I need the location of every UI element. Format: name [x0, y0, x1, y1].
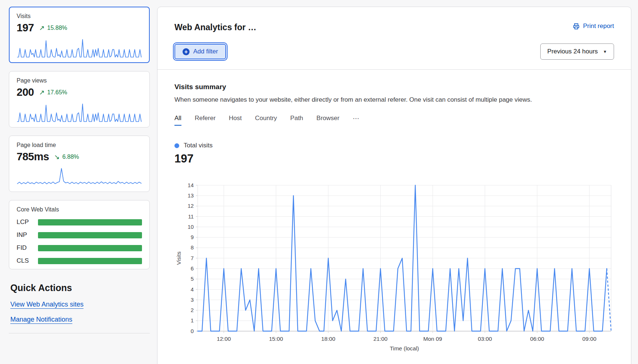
metric-card-page-views[interactable]: Page views 200 ↗ 17.65% — [9, 71, 150, 127]
sidebar: Visits 197 ↗ 15.88% Page views 200 ↗ 17.… — [9, 7, 150, 333]
trend-value: 6.88% — [62, 154, 79, 160]
trend-value: 17.65% — [47, 89, 67, 96]
add-filter-button[interactable]: + Add filter — [174, 44, 226, 59]
visits-summary-section: Visits summary When someone navigates to… — [174, 70, 614, 354]
trend-up-icon: ↗ — [39, 25, 45, 31]
trend-badge: ↗ 17.65% — [39, 89, 67, 96]
time-range-dropdown[interactable]: Previous 24 hours ▼ — [540, 43, 614, 60]
web-analytics-panel: Web Analytics for … Print report + Add f… — [157, 7, 631, 364]
svg-text:10: 10 — [188, 224, 194, 230]
cwv-good-bar — [38, 245, 142, 251]
cwv-row-fid: FID — [17, 244, 142, 252]
dimension-tabs: All Referer Host Country Path Browser ⋯ — [174, 115, 614, 126]
trend-badge: ↘ 6.88% — [54, 154, 79, 160]
tab-all[interactable]: All — [174, 115, 181, 126]
cwv-metric-label: FID — [17, 244, 32, 252]
plus-icon: + — [183, 48, 190, 55]
metric-label: Visits — [17, 13, 142, 20]
view-web-analytics-sites-link[interactable]: View Web Analytics sites — [10, 301, 148, 308]
cwv-good-bar — [38, 258, 142, 264]
svg-text:5: 5 — [191, 276, 194, 282]
chevron-down-icon: ▼ — [603, 49, 607, 54]
print-report-label: Print report — [583, 22, 614, 30]
svg-text:12:00: 12:00 — [217, 336, 231, 342]
page-views-sparkline — [17, 102, 142, 123]
metric-card-page-load-time[interactable]: Page load time 785ms ↘ 6.88% — [9, 136, 150, 192]
svg-text:0: 0 — [191, 328, 194, 334]
tab-referer[interactable]: Referer — [195, 115, 216, 126]
cwv-row-lcp: LCP — [17, 218, 142, 226]
print-report-link[interactable]: Print report — [573, 22, 614, 30]
metric-label: Page views — [17, 77, 142, 84]
svg-text:Mon 09: Mon 09 — [423, 336, 442, 342]
svg-text:8: 8 — [191, 245, 194, 251]
svg-text:7: 7 — [191, 255, 194, 261]
cwv-metric-label: CLS — [17, 257, 32, 265]
tab-browser[interactable]: Browser — [316, 115, 339, 126]
svg-text:6: 6 — [191, 266, 194, 272]
svg-text:13: 13 — [188, 193, 194, 199]
svg-text:3: 3 — [191, 297, 194, 303]
metric-card-visits[interactable]: Visits 197 ↗ 15.88% — [9, 7, 150, 63]
legend-dot-icon — [174, 143, 179, 148]
cwv-row-inp: INP — [17, 231, 142, 239]
cwv-metric-label: INP — [17, 231, 32, 239]
svg-text:Time (local): Time (local) — [390, 345, 419, 351]
metric-label: Page load time — [17, 142, 142, 148]
cwv-metric-label: LCP — [17, 218, 32, 226]
visits-sparkline — [17, 38, 142, 58]
metric-value: 197 — [17, 22, 34, 34]
svg-text:4: 4 — [191, 287, 194, 293]
svg-text:06:00: 06:00 — [530, 336, 544, 342]
svg-text:2: 2 — [191, 307, 194, 313]
add-filter-label: Add filter — [193, 48, 218, 55]
trend-down-icon: ↘ — [54, 154, 60, 160]
svg-text:11: 11 — [188, 214, 194, 220]
legend-label: Total visits — [184, 142, 212, 149]
trend-badge: ↗ 15.88% — [39, 25, 67, 31]
svg-text:12: 12 — [188, 203, 194, 209]
trend-value: 15.88% — [47, 25, 67, 31]
tab-path[interactable]: Path — [290, 115, 303, 126]
tab-host[interactable]: Host — [229, 115, 242, 126]
total-visits-value: 197 — [174, 152, 614, 165]
cwv-row-cls: CLS — [17, 257, 142, 265]
visits-summary-description: When someone navigates to your website, … — [174, 96, 614, 104]
svg-text:09:00: 09:00 — [582, 336, 596, 342]
core-web-vitals-title: Core Web Vitals — [17, 206, 142, 213]
svg-text:15:00: 15:00 — [269, 336, 283, 342]
svg-text:1: 1 — [191, 318, 194, 323]
chart-legend: Total visits — [174, 142, 614, 149]
svg-text:14: 14 — [188, 182, 194, 188]
tab-country[interactable]: Country — [255, 115, 277, 126]
trend-up-icon: ↗ — [39, 89, 45, 96]
cwv-good-bar — [38, 232, 142, 238]
cwv-good-bar — [38, 219, 142, 225]
time-range-label: Previous 24 hours — [547, 48, 598, 55]
printer-icon — [573, 23, 580, 30]
page-load-time-sparkline — [17, 167, 142, 187]
metric-value: 785ms — [17, 151, 49, 163]
svg-text:9: 9 — [191, 234, 194, 240]
svg-text:21:00: 21:00 — [374, 336, 388, 342]
manage-notifications-link[interactable]: Manage Notifications — [10, 316, 148, 323]
quick-actions-title: Quick Actions — [10, 283, 148, 293]
sidebar-divider — [9, 333, 150, 333]
core-web-vitals-card[interactable]: Core Web Vitals LCP INP FID CLS — [9, 200, 150, 269]
metric-value: 200 — [17, 86, 34, 98]
page-title: Web Analytics for … — [174, 22, 256, 32]
svg-text:03:00: 03:00 — [478, 336, 492, 342]
visits-line-chart: 0123456789101112131412:0015:0018:0021:00… — [174, 179, 614, 354]
svg-text:18:00: 18:00 — [321, 336, 335, 342]
tab-more-ellipsis-icon[interactable]: ⋯ — [353, 115, 360, 126]
visits-summary-title: Visits summary — [174, 83, 614, 91]
svg-text:Visits: Visits — [176, 251, 182, 265]
